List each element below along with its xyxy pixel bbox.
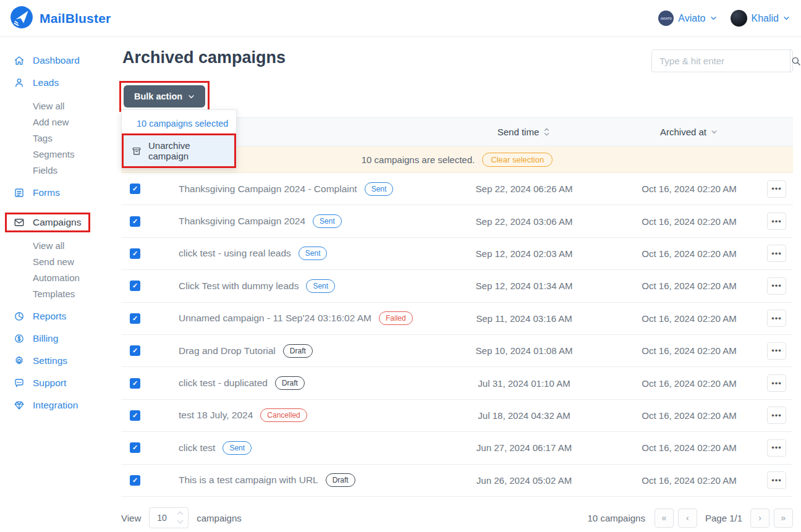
archived-at: Oct 16, 2024 02:20 AM: [618, 313, 760, 324]
campaign-name[interactable]: click test - duplicated: [179, 378, 268, 389]
previous-page-button[interactable]: [678, 509, 697, 528]
archived-at: Oct 16, 2024 02:20 AM: [618, 248, 760, 259]
archived-at: Oct 16, 2024 02:20 AM: [618, 281, 760, 291]
campaign-name[interactable]: Thanksgiving Campaign 2024: [179, 216, 305, 227]
bulk-action-button[interactable]: Bulk action: [124, 85, 205, 108]
sidebar-item-leads[interactable]: Leads: [14, 75, 121, 90]
row-checkbox-checked[interactable]: [130, 248, 140, 259]
sidebar-item-billing[interactable]: Billing: [14, 331, 121, 346]
sidebar-item-leads-tags[interactable]: Tags: [33, 130, 121, 146]
brand-logo[interactable]: MailBluster: [10, 6, 111, 32]
archived-at: Oct 16, 2024 02:20 AM: [618, 378, 760, 389]
last-page-button[interactable]: [774, 509, 793, 528]
row-actions-button[interactable]: [767, 471, 786, 489]
row-checkbox-checked[interactable]: [130, 442, 140, 453]
table-row: Thanksgiving Campaign 2024 - Complaint S…: [121, 173, 793, 205]
campaign-name[interactable]: This is a test campaign with URL: [179, 475, 318, 486]
status-badge: Sent: [365, 182, 394, 196]
sidebar-item-label: Support: [33, 378, 66, 389]
archived-at: Oct 16, 2024 02:20 AM: [618, 216, 760, 227]
campaign-name[interactable]: Click Test with dummy leads: [179, 281, 299, 292]
search-input[interactable]: [652, 50, 790, 72]
table-row: Thanksgiving Campaign 2024 Sent Sep 22, …: [121, 205, 793, 237]
campaign-name[interactable]: click test - using real leads: [179, 248, 291, 259]
row-checkbox-checked[interactable]: [130, 281, 140, 291]
campaigns-submenu: View all Send new Automation Templates: [33, 237, 121, 302]
page-indicator: Page 1/1: [705, 513, 742, 523]
workspace-label: Aviato: [678, 13, 705, 24]
sidebar-item-leads-segments[interactable]: Segments: [33, 146, 121, 162]
sidebar-item-label: Leads: [33, 77, 59, 88]
campaign-name[interactable]: test 18 July, 2024: [179, 410, 253, 421]
user-menu[interactable]: Khalid: [731, 10, 790, 27]
status-badge: Draft: [275, 376, 305, 390]
first-page-button[interactable]: [655, 509, 674, 528]
sidebar-item-label: Dashboard: [33, 55, 80, 66]
number-stepper-icon[interactable]: [178, 512, 182, 523]
name-cell: click test - using real leads Sent: [151, 247, 430, 260]
sidebar-item-settings[interactable]: Settings: [14, 353, 121, 368]
row-actions-button[interactable]: [767, 180, 786, 198]
sidebar-item-campaigns-templates[interactable]: Templates: [33, 285, 121, 302]
menu-item-unarchive-campaign[interactable]: Unarchive campaign: [122, 133, 236, 168]
row-actions-button[interactable]: [767, 407, 786, 424]
view-label: View: [121, 513, 141, 523]
annotation-box-bulk-action: Bulk action: [119, 81, 210, 112]
name-cell: Unnamed campaign - 11 Sep'24 03:16:02 AM…: [151, 311, 430, 325]
home-icon: [14, 55, 25, 66]
workspace-menu[interactable]: AVIATO Aviato: [658, 11, 716, 26]
row-checkbox-checked[interactable]: [130, 475, 140, 486]
status-badge: Draft: [326, 473, 355, 487]
sidebar-item-leads-view-all[interactable]: View all: [33, 98, 121, 114]
column-header-send-time[interactable]: Send time: [430, 127, 618, 137]
sidebar-item-label: Forms: [33, 187, 60, 198]
sidebar-item-integration[interactable]: Integration: [14, 398, 121, 413]
row-checkbox-checked[interactable]: [130, 410, 140, 421]
checkbox-cell: [121, 248, 151, 259]
column-header-archived-at[interactable]: Archived at: [618, 127, 760, 137]
sidebar-item-dashboard[interactable]: Dashboard: [14, 53, 121, 68]
campaign-name[interactable]: Drag and Drop Tutorial: [179, 345, 276, 357]
actions-cell: [760, 342, 793, 360]
row-actions-button[interactable]: [767, 374, 786, 392]
campaign-name[interactable]: Unnamed campaign - 11 Sep'24 03:16:02 AM: [179, 313, 371, 324]
clear-selection-button[interactable]: Clear selection: [482, 153, 553, 167]
campaign-name[interactable]: click test: [179, 442, 215, 454]
sidebar-item-forms[interactable]: Forms: [14, 185, 121, 200]
sidebar-item-support[interactable]: Support: [14, 376, 121, 391]
send-time: Sep 22, 2024 06:26 AM: [430, 184, 618, 194]
annotation-box-unarchive: Unarchive campaign: [122, 133, 236, 168]
send-time: Sep 22, 2024 03:06 AM: [430, 216, 618, 227]
campaign-name[interactable]: Thanksgiving Campaign 2024 - Complaint: [179, 184, 357, 195]
row-actions-button[interactable]: [767, 213, 786, 230]
sidebar-item-leads-add-new[interactable]: Add new: [33, 114, 121, 130]
search-button[interactable]: [790, 50, 801, 72]
row-actions-button[interactable]: [767, 439, 786, 457]
row-actions-button[interactable]: [767, 310, 786, 327]
row-checkbox-checked[interactable]: [130, 184, 140, 194]
chevron-down-icon: [188, 93, 195, 100]
send-time: Sep 12, 2024 01:34 AM: [430, 281, 618, 291]
next-page-button[interactable]: [750, 509, 769, 528]
sidebar-item-campaigns-automation[interactable]: Automation: [33, 269, 121, 285]
sidebar-item-campaigns[interactable]: Campaigns: [5, 213, 90, 232]
row-checkbox-checked[interactable]: [130, 216, 140, 227]
search-icon: [790, 56, 801, 67]
sidebar-item-reports[interactable]: Reports: [14, 309, 121, 324]
row-actions-button[interactable]: [767, 342, 786, 360]
row-checkbox-checked[interactable]: [130, 378, 140, 389]
sidebar-item-leads-fields[interactable]: Fields: [33, 162, 121, 178]
sidebar-item-campaigns-view-all[interactable]: View all: [33, 237, 121, 253]
checkbox-cell: [121, 184, 151, 194]
checkbox-cell: [121, 475, 151, 486]
row-checkbox-checked[interactable]: [130, 313, 140, 324]
user-avatar: [731, 10, 747, 27]
bulk-action-label: Bulk action: [134, 91, 182, 101]
row-checkbox-checked[interactable]: [130, 345, 140, 356]
archived-at: Oct 16, 2024 02:20 AM: [618, 184, 760, 194]
actions-cell: [760, 180, 793, 198]
row-actions-button[interactable]: [767, 277, 786, 295]
sidebar-item-campaigns-send-new[interactable]: Send new: [33, 253, 121, 269]
row-actions-button[interactable]: [767, 245, 786, 262]
campaigns-table: Send time Archived at 10 campaigns are s…: [121, 117, 793, 497]
